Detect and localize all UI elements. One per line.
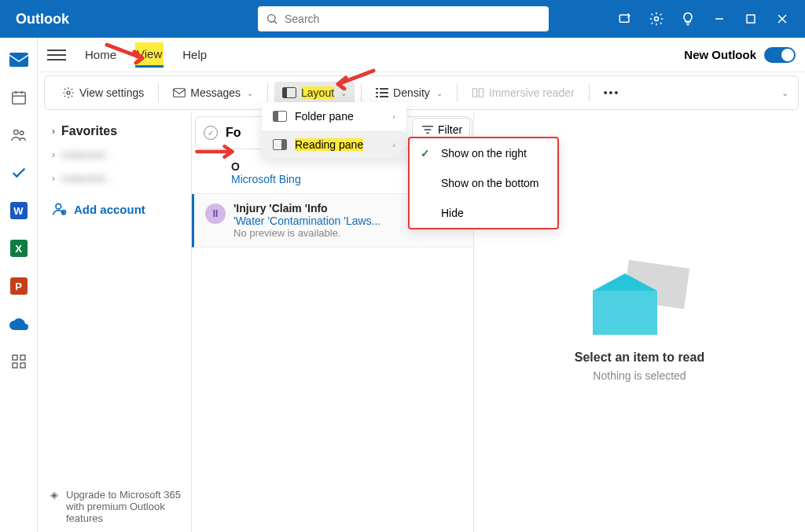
title-bar: Outlook [0,0,805,38]
focused-label[interactable]: Fo [226,126,241,140]
svg-point-0 [268,15,275,22]
layout-label: Layout [301,86,334,99]
ribbon-chevron-icon[interactable]: ⌄ [781,88,788,98]
favorites-label: Favorites [61,124,117,138]
upgrade-text: Upgrade to Microsoft 365 with premium Ou… [66,489,184,524]
tab-help[interactable]: Help [181,43,208,66]
reading-pane-menu-item[interactable]: Reading pane › [262,130,406,159]
layout-icon [282,87,296,98]
new-outlook-toggle[interactable]: New Outlook [684,47,796,63]
ribbon-display-icon[interactable] [616,10,634,28]
minimize-icon[interactable] [711,10,728,28]
book-icon [472,87,484,98]
show-bottom-option[interactable]: Show on the bottom [410,168,557,198]
view-settings-button[interactable]: View settings [54,82,152,104]
add-account-label: Add account [74,203,145,216]
layout-dropdown: Folder pane › Reading pane › [262,102,406,159]
search-icon [266,13,278,25]
folder-pane: › Favorites › redacted... › redacted... … [38,113,191,532]
show-right-option[interactable]: ✓ Show on the right [410,138,557,168]
svg-point-14 [20,131,24,135]
density-button[interactable]: Density ⌄ [368,82,450,104]
chevron-right-icon: › [392,140,395,149]
envelope-icon [173,88,186,97]
messages-button[interactable]: Messages ⌄ [165,82,261,104]
immersive-label: Immersive reader [489,86,575,99]
maximize-icon[interactable] [742,10,759,28]
svg-rect-5 [747,15,755,23]
tab-view[interactable]: View [135,42,164,68]
layout-button[interactable]: Layout ⌄ [274,82,355,104]
upgrade-banner[interactable]: ◈ Upgrade to Microsoft 365 with premium … [50,489,184,524]
close-icon[interactable] [774,10,791,28]
folder-pane-icon [273,111,287,122]
svg-point-27 [56,204,61,209]
calendar-app-icon[interactable] [9,88,28,107]
search-box[interactable] [258,6,549,31]
option-label: Hide [441,207,464,219]
svg-rect-2 [619,15,629,22]
add-account-button[interactable]: Add account [52,190,185,228]
select-all-icon[interactable]: ✓ [204,126,218,140]
message-title: 'Injury 'Claim 'Info [233,202,380,215]
density-icon [376,87,388,98]
search-input[interactable] [285,13,541,25]
gear-icon [62,86,75,99]
svg-rect-8 [9,53,28,67]
hamburger-icon[interactable] [47,46,66,64]
message-preview: No preview is available. [233,227,380,239]
title-actions [616,10,805,28]
message-title: O [231,160,301,173]
ribbon-more-button[interactable]: ••• [596,82,628,104]
powerpoint-app-icon[interactable]: P [9,277,28,295]
svg-rect-20 [174,89,186,97]
settings-icon[interactable] [648,10,665,28]
filter-label: Filter [438,123,462,136]
view-settings-label: View settings [79,86,144,99]
svg-line-1 [274,21,277,24]
more-apps-icon[interactable] [9,352,28,371]
chevron-down-icon: ⌄ [247,89,253,97]
toggle-switch-icon[interactable] [764,47,796,63]
messages-label: Messages [190,86,241,99]
diamond-icon: ◈ [50,489,58,524]
svg-point-3 [655,17,659,21]
account-item-1[interactable]: › redacted... [52,143,185,167]
option-label: Show on the right [441,147,527,160]
option-label: Show on the bottom [441,177,539,189]
content: Home View Help New Outlook View settings… [38,38,805,532]
message-sender: Microsoft Bing [231,173,301,185]
reading-pane-submenu: ✓ Show on the right Show on the bottom H… [408,137,559,229]
tips-icon[interactable] [679,10,697,28]
folder-pane-menu-item[interactable]: Folder pane › [262,102,406,130]
check-icon: ✓ [421,147,436,160]
excel-app-icon[interactable]: X [9,239,28,258]
svg-rect-17 [13,363,17,368]
tab-home[interactable]: Home [83,43,118,66]
hide-option[interactable]: Hide [410,198,557,228]
svg-rect-9 [12,93,25,105]
avatar-icon: II [205,204,226,224]
svg-point-13 [13,130,17,135]
reading-subtext: Nothing is selected [593,369,686,382]
onedrive-app-icon[interactable] [9,314,28,333]
word-app-icon[interactable]: W [9,201,28,220]
app-title: Outlook [0,11,85,28]
ellipsis-icon: ••• [604,86,620,99]
mail-app-icon[interactable] [9,50,28,69]
chevron-right-icon: › [52,126,55,137]
svg-rect-18 [20,363,25,368]
chevron-down-icon: ⌄ [436,89,443,97]
account-label: redacted... [61,172,113,185]
todo-app-icon[interactable] [9,163,28,182]
density-label: Density [393,86,430,99]
envelope-illustration-icon [593,264,687,335]
immersive-reader-button: Immersive reader [464,82,583,104]
message-subject: 'Water 'Contamination 'Laws... [233,215,380,227]
new-outlook-label: New Outlook [684,48,756,61]
people-app-icon[interactable] [9,126,28,145]
favorites-header[interactable]: › Favorites [52,119,185,143]
chevron-right-icon: › [52,173,55,184]
reading-pane-label: Reading pane [295,138,363,151]
account-item-2[interactable]: › redacted... [52,167,185,190]
